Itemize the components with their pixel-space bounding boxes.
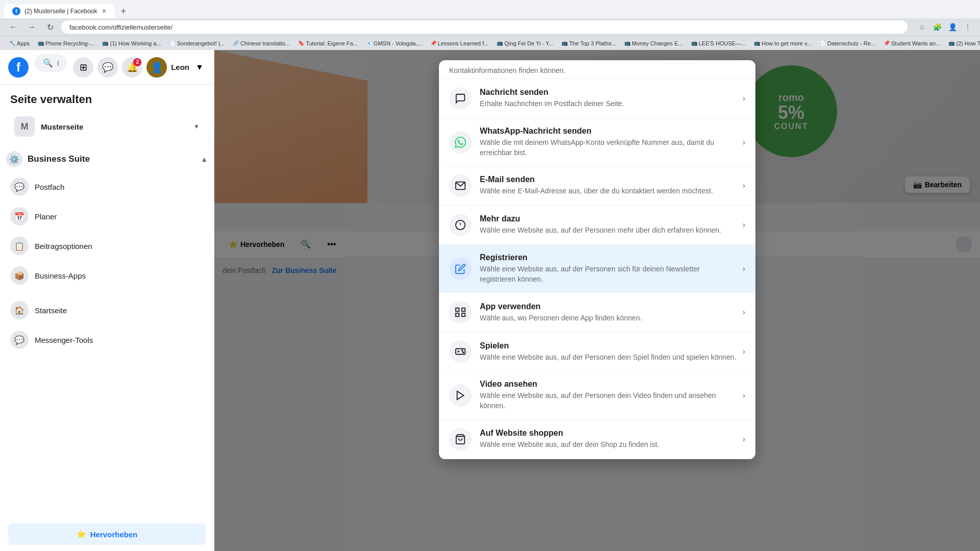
bookmark-lees[interactable]: 📺LEE'S HOUSE—... (688, 39, 749, 47)
postfach-label: Postfach (35, 183, 64, 191)
sidebar-item-planer[interactable]: 📅 Planer (4, 202, 210, 231)
action-item-shoppen[interactable]: Auf Website shoppen Wähle eine Website a… (439, 420, 755, 459)
action-item-spielen[interactable]: Spielen Wähle eine Website aus, auf der … (439, 332, 755, 371)
shoppen-content: Auf Website shoppen Wähle eine Website a… (480, 429, 737, 450)
bookmark-icon[interactable]: ☆ (916, 21, 928, 33)
profile-icon[interactable]: 👤 (946, 21, 959, 33)
new-tab-button[interactable]: + (117, 6, 131, 17)
whatsapp-title: WhatsApp-Nachricht senden (480, 127, 737, 136)
action-item-mehr-dazu[interactable]: Mehr dazu Wähle eine Website aus, auf de… (439, 206, 755, 245)
search-input[interactable] (57, 59, 59, 67)
sidebar-item-beitragsoptionen[interactable]: 📋 Beitragsoptionen (4, 232, 210, 260)
messenger-icon[interactable]: 💬 (97, 57, 118, 78)
notification-bell[interactable]: 🔔 2 (122, 57, 142, 78)
action-item-nachricht-senden[interactable]: Nachricht senden Erhalte Nachrichten im … (439, 79, 755, 118)
bookmark-sonderangebot[interactable]: 📄Sonderangebot! |... (166, 39, 228, 47)
bookmark-qing[interactable]: 📺Qing Fei De Yi - Y... (494, 39, 556, 47)
bookmark-student[interactable]: 📌Student Wants an... (880, 39, 943, 47)
bookmark-howtoget[interactable]: 📺How to get more v... (751, 39, 815, 47)
modal-overlay: Kontaktinformationen finden können. Nach… (214, 50, 980, 551)
registrieren-title: Registrieren (480, 253, 737, 262)
bookmark-how-working[interactable]: 📺(1) How Working a... (99, 39, 164, 47)
menu-icon[interactable]: ⋮ (962, 21, 974, 33)
svg-marker-11 (457, 391, 464, 400)
whatsapp-content: WhatsApp-Nachricht senden Wähle die mit … (480, 127, 737, 158)
email-arrow-icon: › (743, 181, 745, 190)
bookmark-tutorial[interactable]: 🔖Tutorial: Eigene Fa... (295, 39, 361, 47)
facebook-logo[interactable]: f (8, 57, 29, 78)
tab-title: (2) Musterseite | Facebook (24, 8, 97, 15)
video-icon-wrap (449, 384, 472, 407)
back-button[interactable]: ← (6, 20, 20, 34)
nachricht-desc: Erhalte Nachrichten im Postfach deiner S… (480, 99, 737, 109)
svg-rect-8 (456, 349, 465, 355)
shoppen-title: Auf Website shoppen (480, 429, 737, 438)
mehr-desc: Wähle eine Website aus, auf der Personen… (480, 226, 737, 236)
bookmark-datenschutz[interactable]: 📄Datenschutz - Re... (817, 39, 878, 47)
sidebar-item-messenger-tools[interactable]: 💬 Messenger-Tools (4, 325, 210, 354)
beitragsoptionen-icon: 📋 (10, 237, 29, 255)
svg-rect-6 (456, 313, 459, 316)
bookmark-gmsn[interactable]: 📧GMSN - Vologda,... (363, 39, 425, 47)
bookmark-lessons[interactable]: 📌Lessons Learned f... (427, 39, 492, 47)
email-content: E-Mail senden Wähle eine E-Mail-Adresse … (480, 175, 737, 196)
shoppen-icon-wrap (449, 428, 472, 450)
chevron-down-icon: ▼ (193, 123, 200, 130)
app-desc: Wähle aus, wo Personen deine App finden … (480, 313, 737, 323)
email-desc: Wähle eine E-Mail-Adresse aus, über die … (480, 186, 737, 196)
user-avatar[interactable]: 👤 (146, 57, 167, 78)
apps-grid-icon[interactable]: ⊞ (73, 57, 93, 78)
svg-rect-7 (462, 313, 465, 316)
registrieren-content: Registrieren Wähle eine Website aus, auf… (480, 253, 737, 284)
bookmark-phone[interactable]: 📺Phone Recycling-... (35, 39, 97, 47)
refresh-button[interactable]: ↻ (43, 20, 57, 34)
spielen-icon-wrap (449, 340, 472, 363)
mehr-title: Mehr dazu (480, 214, 737, 223)
startseite-label: Startseite (35, 306, 67, 315)
startseite-icon: 🏠 (10, 301, 29, 319)
user-name: Leon (171, 63, 189, 71)
nachricht-arrow-icon: › (743, 94, 745, 103)
page-name-label: Musterseite (41, 122, 187, 131)
video-content: Video ansehen Wähle eine Website aus, au… (480, 380, 737, 411)
account-dropdown[interactable]: ▼ (193, 61, 206, 73)
page-manage-title: Seite verwalten (8, 93, 206, 112)
action-item-registrieren[interactable]: Registrieren Wähle eine Website aus, auf… (439, 245, 755, 293)
action-item-whatsapp[interactable]: WhatsApp-Nachricht senden Wähle die mit … (439, 118, 755, 166)
spielen-arrow-icon: › (743, 347, 745, 356)
postfach-icon: 💬 (10, 178, 29, 196)
action-item-app[interactable]: App verwenden Wähle aus, wo Personen dei… (439, 293, 755, 332)
action-item-video[interactable]: Video ansehen Wähle eine Website aus, au… (439, 371, 755, 419)
svg-point-9 (462, 350, 463, 352)
bookmark-top3[interactable]: 📺The Top 3 Platfor... (558, 39, 619, 47)
sidebar: f 🔍 ⊞ 💬 🔔 2 👤 Leon ▼ Seite verwalten (0, 50, 214, 551)
nachricht-icon-wrap (449, 87, 472, 110)
active-tab[interactable]: f (2) Musterseite | Facebook ✕ (4, 4, 115, 18)
forward-button[interactable]: → (24, 20, 39, 34)
registrieren-icon-wrap (449, 258, 472, 280)
video-arrow-icon: › (743, 391, 745, 400)
sidebar-search: 🔍 (35, 54, 67, 72)
highlight-button[interactable]: ⭐ Hervorheben (8, 523, 206, 545)
sidebar-item-business-apps[interactable]: 📦 Business-Apps (4, 261, 210, 290)
mehr-content: Mehr dazu Wähle eine Website aus, auf de… (480, 214, 737, 236)
bookmark-money[interactable]: 📺Money Changes E... (621, 39, 686, 47)
business-suite-section-header: ⚙️ Business Suite ▲ (0, 147, 214, 171)
page-selector[interactable]: M Musterseite ▼ (8, 112, 206, 141)
tab-favicon: f (12, 7, 20, 15)
tab-close-icon[interactable]: ✕ (102, 8, 107, 15)
action-item-email[interactable]: E-Mail senden Wähle eine E-Mail-Adresse … (439, 166, 755, 206)
sidebar-item-startseite[interactable]: 🏠 Startseite (4, 296, 210, 324)
sidebar-item-postfach[interactable]: 💬 Postfach (4, 172, 210, 201)
whatsapp-icon-wrap (449, 131, 472, 154)
section-toggle-icon[interactable]: ▲ (201, 155, 208, 163)
browser-actions: ☆ 🧩 👤 ⋮ (916, 21, 974, 33)
svg-point-10 (463, 352, 464, 353)
url-bar[interactable]: facebook.com/offiziellemusterseite/ (61, 20, 908, 34)
bookmark-chinese[interactable]: 🔗Chinese translatio... (230, 39, 293, 47)
business-suite-label: Business Suite (28, 154, 90, 164)
bookmark-apps[interactable]: 🔧Apps (6, 39, 33, 47)
app-arrow-icon: › (743, 308, 745, 317)
bookmark-howtoadd[interactable]: 📺(2) How To Add A... (945, 39, 980, 47)
extensions-icon[interactable]: 🧩 (931, 21, 943, 33)
